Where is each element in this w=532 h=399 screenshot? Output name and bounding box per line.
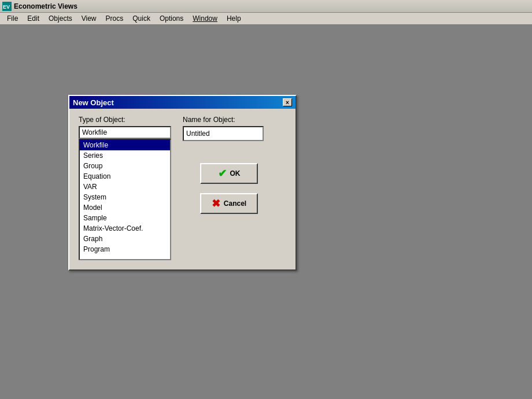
cancel-x-icon: ✖ [212, 197, 220, 210]
menu-edit[interactable]: Edit [23, 13, 44, 24]
type-of-object-col: Type of Object: Workfile Series Group Eq… [79, 116, 171, 260]
menu-file[interactable]: File [2, 13, 23, 24]
list-item-group[interactable]: Group [80, 161, 170, 171]
menu-objects[interactable]: Objects [44, 13, 77, 24]
list-item-equation[interactable]: Equation [80, 171, 170, 182]
list-item-sample[interactable]: Sample [80, 213, 170, 223]
type-of-object-label: Type of Object: [79, 116, 171, 124]
list-item-series[interactable]: Series [80, 150, 170, 161]
cancel-button-label: Cancel [224, 200, 246, 208]
title-bar: EV Econometric Views [0, 0, 532, 13]
list-item-matrix-vector-coef[interactable]: Matrix-Vector-Coef. [80, 223, 170, 234]
menu-window[interactable]: Window [188, 13, 222, 24]
dialog-title: New Object [73, 98, 114, 107]
app-title: Econometric Views [14, 2, 77, 10]
app-icon: EV [2, 2, 12, 11]
menu-view[interactable]: View [77, 13, 101, 24]
list-item-model[interactable]: Model [80, 202, 170, 213]
dialog-close-button[interactable]: × [283, 98, 292, 106]
svg-text:EV: EV [3, 4, 10, 10]
dialog-content: Type of Object: Workfile Series Group Eq… [69, 109, 295, 269]
cancel-button[interactable]: ✖ Cancel [200, 193, 258, 214]
ok-button-label: OK [230, 169, 241, 178]
buttons-area: ✔ OK ✖ Cancel [183, 163, 275, 223]
list-item-program[interactable]: Program [80, 244, 170, 254]
new-object-dialog: New Object × Type of Object: Workfile Se… [68, 95, 297, 271]
object-type-input[interactable] [79, 126, 171, 139]
name-for-object-input[interactable] [183, 126, 264, 141]
name-and-buttons-col: Name for Object: ✔ OK ✖ Cancel [183, 116, 275, 260]
menu-help[interactable]: Help [222, 13, 246, 24]
list-item-graph[interactable]: Graph [80, 234, 170, 244]
menu-quick[interactable]: Quick [128, 13, 155, 24]
menu-procs[interactable]: Procs [101, 13, 128, 24]
list-item-system[interactable]: System [80, 192, 170, 202]
menu-options[interactable]: Options [155, 13, 188, 24]
list-item-workfile[interactable]: Workfile [80, 140, 170, 150]
ok-button[interactable]: ✔ OK [200, 163, 258, 184]
dialog-main-row: Type of Object: Workfile Series Group Eq… [79, 116, 286, 260]
menu-bar: File Edit Objects View Procs Quick Optio… [0, 13, 532, 25]
name-for-object-label: Name for Object: [183, 116, 275, 124]
ok-checkmark-icon: ✔ [218, 167, 227, 180]
dialog-titlebar: New Object × [69, 96, 295, 109]
list-item-var[interactable]: VAR [80, 182, 170, 192]
object-type-list[interactable]: Workfile Series Group Equation VAR Syste… [79, 139, 171, 260]
workspace: New Object × Type of Object: Workfile Se… [0, 25, 532, 399]
